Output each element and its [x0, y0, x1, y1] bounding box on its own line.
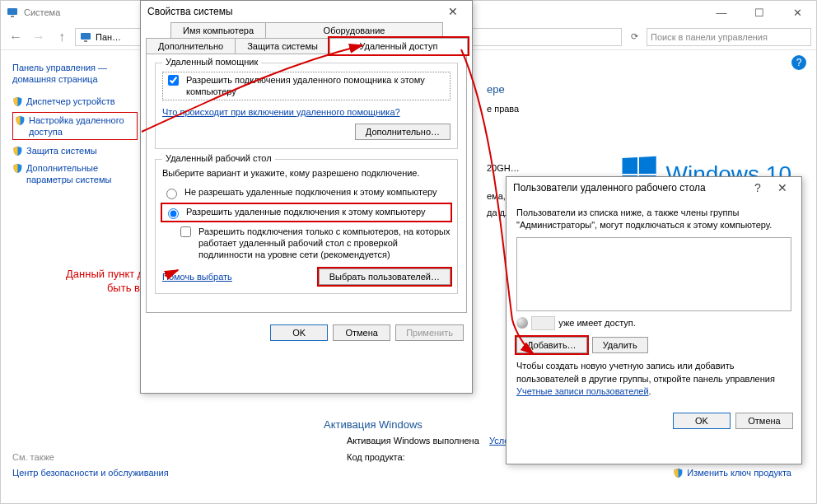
add-button[interactable]: Добавить… [516, 337, 587, 353]
svg-rect-3 [84, 40, 87, 42]
users-listbox[interactable] [516, 237, 791, 311]
product-key-label: Код продукта: [347, 452, 405, 462]
group-title: Удаленный рабочий стол [162, 153, 275, 163]
up-button[interactable]: ↑ [52, 27, 72, 47]
dialog-titlebar[interactable]: Свойства системы ✕ [141, 1, 472, 22]
users-hint: Чтобы создать новую учетную запись или д… [516, 360, 791, 398]
close-button[interactable]: ✕ [778, 1, 816, 24]
svg-rect-2 [81, 33, 91, 40]
user-name-placeholder [531, 316, 555, 330]
back-button[interactable]: ← [6, 27, 26, 47]
related-link[interactable]: Центр безопасности и обслуживания [12, 467, 169, 478]
dialog-close-button[interactable]: ✕ [770, 178, 795, 198]
shield-icon [12, 163, 23, 174]
users-description: Пользователи из списка ниже, а также чле… [516, 207, 791, 232]
dialog-buttons: OK Отмена Применить [141, 318, 472, 348]
tab-hardware[interactable]: Оборудование [265, 22, 443, 38]
sidebar-item-label: Настройка удаленного доступа [29, 114, 135, 138]
sidebar-item-device-manager[interactable]: Диспетчер устройств [12, 96, 138, 107]
radio-label: Разрешить удаленные подключения к этому … [186, 206, 426, 217]
maximize-button[interactable]: ☐ [740, 1, 778, 24]
advanced-button[interactable]: Дополнительно… [355, 124, 451, 140]
access-line: уже имеет доступ. [516, 316, 791, 330]
dialog-titlebar[interactable]: Пользователи удаленного рабочего стола ?… [507, 177, 801, 198]
remove-button[interactable]: Удалить [592, 337, 648, 353]
checkbox-label: Разрешить подключения только с компьютер… [198, 226, 451, 261]
radio-input[interactable] [168, 208, 179, 219]
sidebar-item-label: Диспетчер устройств [26, 96, 115, 107]
ra-help-link[interactable]: Что происходит при включении удаленного … [162, 107, 400, 117]
radio-input[interactable] [166, 189, 177, 199]
tab-system-protection[interactable]: Защита системы [235, 38, 330, 54]
help-choose-link[interactable]: Помочь выбрать [162, 272, 232, 282]
dialog-buttons: OK Отмена [507, 406, 801, 436]
rdp-users-dialog: Пользователи удаленного рабочего стола ?… [506, 176, 802, 464]
radio-label: Не разрешать удаленные подключения к это… [184, 186, 437, 198]
group-remote-desktop: Удаленный рабочий стол Выберите вариант … [155, 159, 458, 295]
select-users-button[interactable]: Выбрать пользователей… [319, 268, 451, 285]
user-icon [516, 317, 528, 329]
radio-deny-remote[interactable]: Не разрешать удаленные подключения к это… [162, 186, 451, 199]
shield-icon [673, 468, 684, 478]
shield-icon [12, 96, 23, 107]
dialog-help-button[interactable]: ? [745, 178, 770, 198]
dialog-title: Свойства системы [147, 6, 233, 17]
related-title: См. также [12, 452, 169, 462]
ok-button[interactable]: OK [270, 324, 328, 341]
shield-icon [15, 115, 26, 126]
sidebar-item-remote-settings[interactable]: Настройка удаленного доступа [12, 112, 138, 141]
activation-status: Активация Windows выполнена [347, 436, 479, 446]
search-input[interactable]: Поиск в панели управления [647, 28, 811, 46]
change-key-label: Изменить ключ продукта [687, 468, 791, 478]
hint-text: Чтобы создать новую учетную запись или д… [516, 361, 775, 383]
window-controls: — ☐ ✕ [703, 1, 816, 24]
checkbox-nla[interactable]: Разрешить подключения только с компьютер… [177, 226, 451, 261]
checkbox-remote-assistance[interactable]: Разрешить подключения удаленного помощни… [162, 72, 451, 100]
checkbox-label: Разрешить подключения удаленного помощни… [186, 74, 448, 98]
checkbox-input[interactable] [180, 226, 191, 237]
refresh-button[interactable]: ⟳ [625, 28, 643, 46]
access-suffix: уже имеет доступ. [558, 317, 636, 329]
window-title: Система [24, 7, 60, 17]
apply-button[interactable]: Применить [395, 324, 464, 341]
rights-partial: е права [487, 104, 791, 114]
users-body: Пользователи из списка ниже, а также чле… [507, 198, 801, 406]
sidebar-item-advanced-settings[interactable]: Дополнительные параметры системы [12, 162, 138, 186]
sidebar-related: См. также Центр безопасности и обслужива… [12, 452, 169, 478]
dialog-body: Удаленный помощник Разрешить подключения… [146, 54, 467, 313]
tabs: Имя компьютера Оборудование Дополнительн… [141, 22, 472, 54]
breadcrumb-segment[interactable]: Пан… [96, 32, 121, 42]
tab-advanced[interactable]: Дополнительно [146, 38, 236, 54]
change-key-link[interactable]: Изменить ключ продукта [673, 467, 791, 478]
sidebar-home-link[interactable]: Панель управления — домашняя страница [12, 62, 138, 86]
dialog-title: Пользователи удаленного рабочего стола [513, 182, 706, 194]
sidebar-item-system-protection[interactable]: Защита системы [12, 145, 138, 156]
system-properties-dialog: Свойства системы ✕ Имя компьютера Оборуд… [140, 0, 473, 394]
user-accounts-link[interactable]: Учетные записи пользователей [516, 386, 649, 396]
ok-button[interactable]: OK [673, 413, 731, 429]
radio-allow-remote[interactable]: Разрешить удаленные подключения к этому … [162, 204, 451, 221]
minimize-button[interactable]: — [703, 1, 740, 24]
cancel-button[interactable]: Отмена [735, 413, 793, 429]
rd-description: Выберите вариант и укажите, кому разреше… [162, 168, 451, 178]
group-title: Удаленный помощник [162, 57, 261, 67]
svg-rect-1 [11, 16, 14, 17]
group-remote-assistance: Удаленный помощник Разрешить подключения… [155, 63, 458, 149]
section-title-partial: ере [487, 83, 791, 96]
tab-remote[interactable]: Удаленный доступ [329, 38, 468, 54]
checkbox-input[interactable] [168, 75, 179, 86]
cancel-button[interactable]: Отмена [333, 324, 390, 341]
tab-computer-name[interactable]: Имя компьютера [170, 22, 266, 38]
svg-rect-0 [7, 8, 17, 15]
sidebar-item-label: Защита системы [26, 145, 97, 156]
search-placeholder: Поиск в панели управления [651, 32, 768, 42]
dialog-close-button[interactable]: ✕ [441, 2, 465, 21]
pc-icon [79, 30, 92, 44]
system-icon [6, 6, 19, 19]
shield-icon [12, 146, 23, 156]
forward-button[interactable]: → [29, 27, 49, 47]
sidebar-item-label: Дополнительные параметры системы [26, 162, 138, 186]
